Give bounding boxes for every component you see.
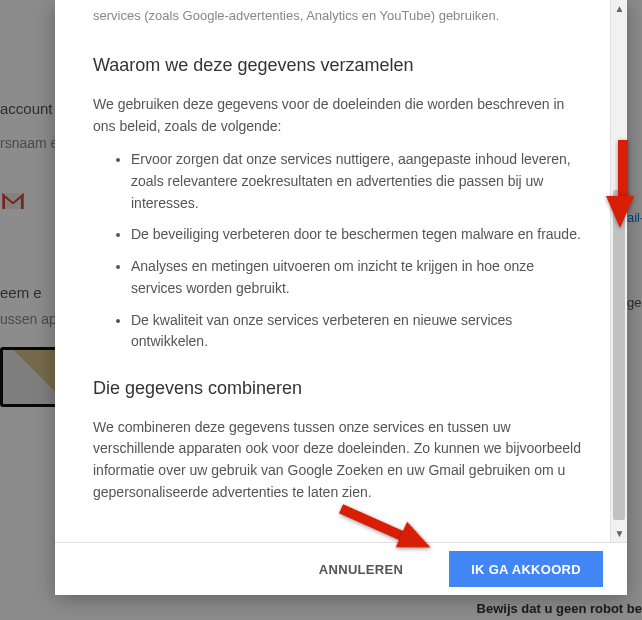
annotation-arrow-shaft: [618, 140, 628, 200]
cancel-button[interactable]: ANNULEREN: [297, 551, 425, 587]
agree-button[interactable]: IK GA AKKOORD: [449, 551, 603, 587]
text-fragment: services (zoals Google-advertenties, Ana…: [93, 6, 589, 26]
scroll-up-icon[interactable]: ▲: [611, 0, 627, 17]
reasons-list: Ervoor zorgen dat onze services nuttiger…: [93, 149, 589, 353]
list-item: Ervoor zorgen dat onze services nuttiger…: [131, 149, 589, 214]
section-intro: We gebruiken deze gegevens voor de doele…: [93, 94, 589, 137]
list-item: Analyses en metingen uitvoeren om inzich…: [131, 256, 589, 299]
modal-content: services (zoals Google-advertenties, Ana…: [55, 0, 627, 526]
list-item: De beveiliging verbeteren door te besche…: [131, 224, 589, 246]
scrollbar[interactable]: ▲ ▼: [610, 0, 627, 542]
annotation-arrow-down-icon: [606, 196, 634, 228]
scroll-down-icon[interactable]: ▼: [611, 525, 627, 542]
modal-footer: ANNULEREN IK GA AKKOORD: [55, 542, 627, 595]
list-item: De kwaliteit van onze services verbetere…: [131, 310, 589, 353]
modal-scroll-area[interactable]: services (zoals Google-advertenties, Ana…: [55, 0, 627, 542]
section-body: We combineren deze gegevens tussen onze …: [93, 417, 589, 504]
scrollbar-thumb[interactable]: [613, 190, 625, 520]
section-heading-combine: Die gegevens combineren: [93, 375, 589, 403]
section-heading-why: Waarom we deze gegevens verzamelen: [93, 52, 589, 80]
